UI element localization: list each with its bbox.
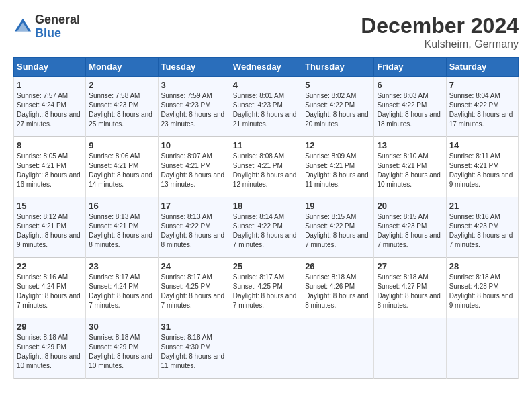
logo-general: General xyxy=(35,13,80,27)
calendar-cell: 3Sunrise: 7:59 AMSunset: 4:23 PMDaylight… xyxy=(158,77,230,137)
day-info: Sunrise: 8:18 AMSunset: 4:26 PMDaylight:… xyxy=(305,273,371,310)
day-number: 14 xyxy=(449,140,515,150)
calendar-cell: 27Sunrise: 8:18 AMSunset: 4:27 PMDayligh… xyxy=(374,258,446,318)
day-info: Sunrise: 8:01 AMSunset: 4:23 PMDaylight:… xyxy=(233,91,299,129)
day-info: Sunrise: 8:13 AMSunset: 4:21 PMDaylight:… xyxy=(89,212,154,250)
calendar-week-row: 1Sunrise: 7:57 AMSunset: 4:24 PMDaylight… xyxy=(14,77,519,137)
calendar-cell: 16Sunrise: 8:13 AMSunset: 4:21 PMDayligh… xyxy=(86,197,158,258)
calendar-cell: 11Sunrise: 8:08 AMSunset: 4:21 PMDayligh… xyxy=(230,137,302,197)
calendar-cell: 8Sunrise: 8:05 AMSunset: 4:21 PMDaylight… xyxy=(14,137,86,197)
day-info: Sunrise: 8:05 AMSunset: 4:21 PMDaylight:… xyxy=(17,152,83,189)
calendar-cell xyxy=(302,318,374,379)
header-friday: Friday xyxy=(374,58,446,77)
calendar-table: SundayMondayTuesdayWednesdayThursdayFrid… xyxy=(13,57,519,379)
day-info: Sunrise: 8:18 AMSunset: 4:27 PMDaylight:… xyxy=(377,273,443,310)
calendar-cell: 19Sunrise: 8:15 AMSunset: 4:22 PMDayligh… xyxy=(302,197,374,258)
page-header: General Blue December 2024 Kulsheim, Ger… xyxy=(13,13,519,50)
header-saturday: Saturday xyxy=(446,58,518,77)
day-info: Sunrise: 8:13 AMSunset: 4:22 PMDaylight:… xyxy=(161,212,227,250)
calendar-cell: 15Sunrise: 8:12 AMSunset: 4:21 PMDayligh… xyxy=(14,197,86,258)
day-number: 20 xyxy=(377,201,443,211)
header-sunday: Sunday xyxy=(14,58,86,77)
day-info: Sunrise: 7:58 AMSunset: 4:23 PMDaylight:… xyxy=(89,91,154,129)
logo: General Blue xyxy=(13,13,80,40)
header-wednesday: Wednesday xyxy=(230,58,302,77)
day-info: Sunrise: 8:02 AMSunset: 4:22 PMDaylight:… xyxy=(305,91,371,129)
day-number: 1 xyxy=(17,80,83,90)
calendar-cell xyxy=(230,318,302,379)
header-tuesday: Tuesday xyxy=(158,58,230,77)
calendar-week-row: 29Sunrise: 8:18 AMSunset: 4:29 PMDayligh… xyxy=(14,318,519,379)
calendar-cell: 31Sunrise: 8:18 AMSunset: 4:30 PMDayligh… xyxy=(158,318,230,379)
calendar-cell: 24Sunrise: 8:17 AMSunset: 4:25 PMDayligh… xyxy=(158,258,230,318)
day-number: 7 xyxy=(449,80,515,90)
calendar-cell: 5Sunrise: 8:02 AMSunset: 4:22 PMDaylight… xyxy=(302,77,374,137)
day-number: 13 xyxy=(377,140,443,150)
day-number: 29 xyxy=(17,322,83,332)
logo-text: General Blue xyxy=(35,13,80,40)
day-number: 17 xyxy=(161,201,227,211)
day-number: 24 xyxy=(161,261,227,271)
day-info: Sunrise: 8:15 AMSunset: 4:22 PMDaylight:… xyxy=(305,212,371,250)
day-info: Sunrise: 8:18 AMSunset: 4:29 PMDaylight:… xyxy=(89,333,154,371)
calendar-header-row: SundayMondayTuesdayWednesdayThursdayFrid… xyxy=(14,58,519,77)
day-number: 27 xyxy=(377,261,443,271)
calendar-cell xyxy=(446,318,518,379)
calendar-cell: 12Sunrise: 8:09 AMSunset: 4:21 PMDayligh… xyxy=(302,137,374,197)
day-info: Sunrise: 8:16 AMSunset: 4:24 PMDaylight:… xyxy=(17,273,83,310)
day-info: Sunrise: 8:18 AMSunset: 4:30 PMDaylight:… xyxy=(161,333,227,371)
day-number: 4 xyxy=(233,80,299,90)
day-info: Sunrise: 7:57 AMSunset: 4:24 PMDaylight:… xyxy=(17,91,83,129)
day-number: 5 xyxy=(305,80,371,90)
logo-icon xyxy=(13,17,32,36)
day-info: Sunrise: 7:59 AMSunset: 4:23 PMDaylight:… xyxy=(161,91,227,129)
calendar-cell: 2Sunrise: 7:58 AMSunset: 4:23 PMDaylight… xyxy=(86,77,158,137)
calendar-cell: 7Sunrise: 8:04 AMSunset: 4:22 PMDaylight… xyxy=(446,77,518,137)
day-info: Sunrise: 8:04 AMSunset: 4:22 PMDaylight:… xyxy=(449,91,515,129)
day-number: 8 xyxy=(17,140,83,150)
calendar-cell: 17Sunrise: 8:13 AMSunset: 4:22 PMDayligh… xyxy=(158,197,230,258)
header-monday: Monday xyxy=(86,58,158,77)
day-info: Sunrise: 8:17 AMSunset: 4:25 PMDaylight:… xyxy=(233,273,299,310)
day-number: 31 xyxy=(161,322,227,332)
day-number: 28 xyxy=(449,261,515,271)
day-number: 23 xyxy=(89,261,154,271)
logo-blue: Blue xyxy=(35,27,80,40)
calendar-cell: 4Sunrise: 8:01 AMSunset: 4:23 PMDaylight… xyxy=(230,77,302,137)
day-number: 6 xyxy=(377,80,443,90)
title-block: December 2024 Kulsheim, Germany xyxy=(361,13,519,50)
calendar-week-row: 22Sunrise: 8:16 AMSunset: 4:24 PMDayligh… xyxy=(14,258,519,318)
day-number: 21 xyxy=(449,201,515,211)
day-info: Sunrise: 8:16 AMSunset: 4:23 PMDaylight:… xyxy=(449,212,515,250)
month-title: December 2024 xyxy=(361,13,519,38)
day-number: 11 xyxy=(233,140,299,150)
day-info: Sunrise: 8:08 AMSunset: 4:21 PMDaylight:… xyxy=(233,152,299,189)
calendar-cell: 20Sunrise: 8:15 AMSunset: 4:23 PMDayligh… xyxy=(374,197,446,258)
day-info: Sunrise: 8:18 AMSunset: 4:28 PMDaylight:… xyxy=(449,273,515,310)
day-number: 2 xyxy=(89,80,154,90)
calendar-cell: 9Sunrise: 8:06 AMSunset: 4:21 PMDaylight… xyxy=(86,137,158,197)
day-number: 26 xyxy=(305,261,371,271)
day-info: Sunrise: 8:10 AMSunset: 4:21 PMDaylight:… xyxy=(377,152,443,189)
calendar-cell: 30Sunrise: 8:18 AMSunset: 4:29 PMDayligh… xyxy=(86,318,158,379)
calendar-week-row: 8Sunrise: 8:05 AMSunset: 4:21 PMDaylight… xyxy=(14,137,519,197)
calendar-cell: 13Sunrise: 8:10 AMSunset: 4:21 PMDayligh… xyxy=(374,137,446,197)
location: Kulsheim, Germany xyxy=(361,38,519,50)
calendar-cell: 23Sunrise: 8:17 AMSunset: 4:24 PMDayligh… xyxy=(86,258,158,318)
calendar-cell: 14Sunrise: 8:11 AMSunset: 4:21 PMDayligh… xyxy=(446,137,518,197)
day-info: Sunrise: 8:18 AMSunset: 4:29 PMDaylight:… xyxy=(17,333,83,371)
day-info: Sunrise: 8:14 AMSunset: 4:22 PMDaylight:… xyxy=(233,212,299,250)
day-info: Sunrise: 8:17 AMSunset: 4:25 PMDaylight:… xyxy=(161,273,227,310)
day-number: 12 xyxy=(305,140,371,150)
day-number: 3 xyxy=(161,80,227,90)
calendar-cell: 29Sunrise: 8:18 AMSunset: 4:29 PMDayligh… xyxy=(14,318,86,379)
calendar-cell xyxy=(374,318,446,379)
day-number: 25 xyxy=(233,261,299,271)
calendar-cell: 26Sunrise: 8:18 AMSunset: 4:26 PMDayligh… xyxy=(302,258,374,318)
day-info: Sunrise: 8:06 AMSunset: 4:21 PMDaylight:… xyxy=(89,152,154,189)
calendar-week-row: 15Sunrise: 8:12 AMSunset: 4:21 PMDayligh… xyxy=(14,197,519,258)
day-info: Sunrise: 8:15 AMSunset: 4:23 PMDaylight:… xyxy=(377,212,443,250)
calendar-cell: 22Sunrise: 8:16 AMSunset: 4:24 PMDayligh… xyxy=(14,258,86,318)
day-info: Sunrise: 8:03 AMSunset: 4:22 PMDaylight:… xyxy=(377,91,443,129)
day-number: 16 xyxy=(89,201,154,211)
